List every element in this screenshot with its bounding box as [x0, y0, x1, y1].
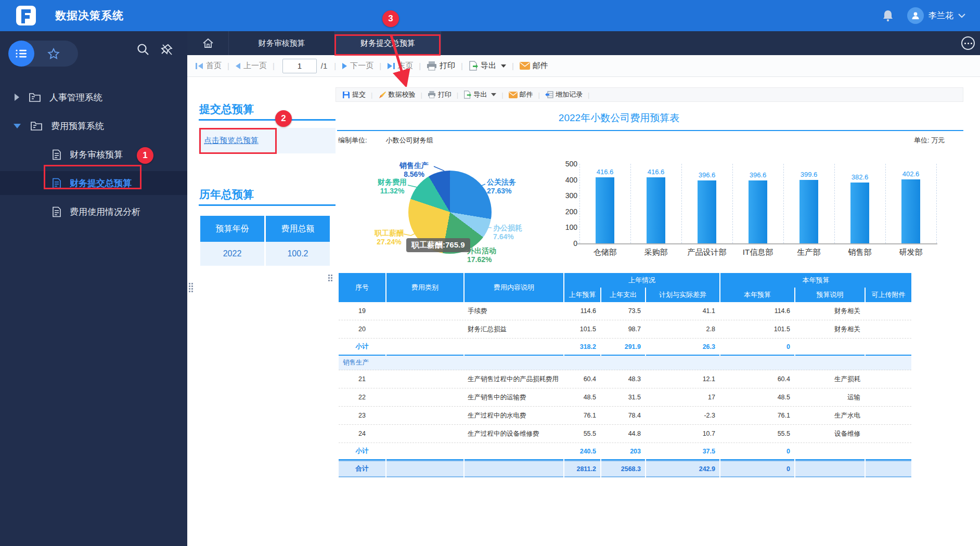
report-meta-unit-maker: 编制单位:小数公司财务组 — [338, 136, 433, 145]
favorites-view-button[interactable] — [41, 41, 67, 67]
history-budget-table: 预算年份 费用总额 2022 100.2 — [199, 216, 331, 266]
sidebar-item-budget-system[interactable]: 费用预算系统 — [0, 114, 187, 138]
chevron-down-icon — [958, 14, 965, 18]
bar[interactable] — [749, 180, 767, 243]
table-cell — [866, 302, 911, 320]
pane-title-submit: 提交总预算 — [199, 102, 254, 116]
sidebar-item-label: 人事管理系统 — [49, 92, 102, 103]
directory-view-button[interactable] — [8, 41, 34, 67]
x-axis-category-label: 采购部 — [644, 248, 668, 257]
table-row[interactable]: 21生产销售过程中的产品损耗费用60.448.312.160.4生产损耗 — [339, 370, 911, 388]
table-cell: 291.9 — [601, 339, 645, 356]
collapse-arrow-icon[interactable] — [14, 124, 21, 128]
separator: | — [457, 91, 458, 99]
table-cell — [866, 407, 911, 425]
pane-resize-grip[interactable] — [189, 283, 193, 292]
x-axis-category-label: 产品设计部 — [688, 248, 727, 257]
person-icon — [911, 11, 920, 20]
bar[interactable] — [850, 183, 869, 243]
y-axis-tick: 0 — [562, 239, 577, 248]
table-cell: 48.3 — [601, 370, 645, 388]
tab-submit-budget[interactable]: 财务提交总预算 — [335, 31, 441, 55]
table-cell: 财务相关 — [795, 320, 865, 339]
table-row[interactable]: 23生产过程中的水电费76.178.4-2.376.1生产水电 — [339, 407, 911, 425]
col-group-last-year: 上年情况 — [564, 273, 719, 288]
report-resize-grip[interactable] — [328, 275, 332, 281]
table-row[interactable]: 22生产销售中的运输费48.531.51748.5运输 — [339, 388, 911, 407]
sidebar-item-submit-budget[interactable]: 财务提交总预算 — [0, 171, 187, 195]
next-page-button[interactable]: 下一页 — [340, 61, 376, 71]
sidebar-search-button[interactable] — [136, 43, 150, 58]
expand-arrow-icon[interactable] — [15, 94, 19, 101]
table-cell — [866, 425, 911, 443]
sidebar-unpin-button[interactable] — [160, 43, 174, 58]
submit-button[interactable]: 提交 — [340, 90, 368, 99]
preview-link-row: 点击预览总预算 — [199, 128, 336, 153]
user-menu[interactable]: 李兰花 — [907, 7, 965, 24]
table-row[interactable]: 20财务汇总损益101.598.72.8101.5财务相关 — [339, 320, 911, 339]
sidebar-item-label: 费用使用情况分析 — [70, 206, 140, 218]
table-row[interactable]: 19手续费114.673.541.1114.6财务相关 — [339, 302, 911, 320]
prev-page-button[interactable]: 上一页 — [233, 61, 269, 71]
dot-icon — [964, 43, 966, 44]
report-meta-currency-unit: 单位: 万元 — [914, 136, 945, 145]
bar[interactable] — [901, 179, 920, 243]
separator: | — [538, 91, 540, 99]
table-cell: 240.5 — [564, 443, 600, 460]
table-row[interactable]: 24生产过程中的设备维修费55.544.810.755.5设备维修 — [339, 425, 911, 443]
bar[interactable] — [698, 180, 716, 243]
history-total-cell: 100.2 — [266, 242, 330, 266]
mail-button[interactable]: 邮件 — [518, 61, 550, 71]
tab-home[interactable] — [187, 31, 229, 55]
annotation-step-1: 1 — [137, 147, 153, 164]
page-number-input[interactable] — [282, 59, 317, 73]
tab-audit-budget[interactable]: 财务审核预算 — [229, 31, 335, 55]
table-row[interactable]: 小计240.520337.50 — [339, 443, 911, 460]
preview-budget-link[interactable]: 点击预览总预算 — [204, 136, 259, 146]
separator: | — [273, 61, 275, 70]
gridline — [630, 164, 631, 243]
table-cell — [386, 370, 463, 388]
export-dropdown-caret[interactable] — [501, 64, 506, 68]
add-record-icon — [545, 91, 553, 98]
report-file-icon — [52, 178, 61, 189]
y-axis-tick: 100 — [562, 223, 577, 231]
star-icon — [47, 48, 60, 60]
first-page-button[interactable]: 首页 — [194, 61, 224, 71]
table-cell — [386, 388, 463, 407]
sidebar-item-audit-budget[interactable]: 财务审核预算 — [0, 142, 187, 166]
last-page-button[interactable]: 末页 — [385, 61, 415, 71]
report-mail-button[interactable]: 邮件 — [507, 90, 535, 99]
table-cell: 48.5 — [720, 388, 794, 407]
report-toolbar: 提交 | 数据校验 | 打印 | 导出 | — [336, 87, 963, 102]
table-cell — [465, 339, 563, 356]
gridline — [681, 164, 682, 243]
mail-icon — [509, 92, 518, 98]
report-export-button[interactable]: 导出 — [461, 90, 498, 99]
export-dropdown-caret[interactable] — [491, 93, 496, 96]
table-row[interactable]: 2022 100.2 — [200, 242, 330, 266]
bar[interactable] — [800, 180, 818, 243]
table-row[interactable]: 销售生产 — [339, 356, 911, 370]
report-print-button[interactable]: 打印 — [425, 90, 454, 99]
data-validate-button[interactable]: 数据校验 — [376, 90, 417, 99]
bar-value-label: 396.6 — [699, 171, 716, 179]
bar[interactable] — [596, 177, 614, 243]
bar-value-label: 396.6 — [750, 171, 767, 179]
sidebar-item-hr-system[interactable]: 人事管理系统 — [0, 85, 187, 109]
separator: | — [588, 91, 589, 99]
table-cell: 生产过程中的水电费 — [465, 407, 563, 425]
bar[interactable] — [647, 177, 665, 243]
expense-pie-chart: 公关法务27.63% 办公损耗7.64% 外出活动17.62% 职工薪酬27.2… — [373, 155, 535, 269]
more-options-button[interactable] — [961, 36, 975, 50]
dot-icon — [968, 43, 969, 44]
table-row[interactable]: 合计2811.22568.3242.90 — [339, 460, 911, 477]
add-record-button[interactable]: 增加记录 — [543, 90, 585, 99]
export-button[interactable]: 导出 — [467, 61, 508, 71]
print-button[interactable]: 打印 — [424, 61, 457, 71]
notification-bell-icon[interactable] — [882, 9, 894, 22]
sidebar-item-expense-analysis[interactable]: 费用使用情况分析 — [0, 200, 187, 224]
table-row[interactable]: 小计318.2291.926.30 — [339, 339, 911, 356]
y-axis-tick: 500 — [562, 160, 577, 168]
x-axis-line — [577, 243, 937, 244]
